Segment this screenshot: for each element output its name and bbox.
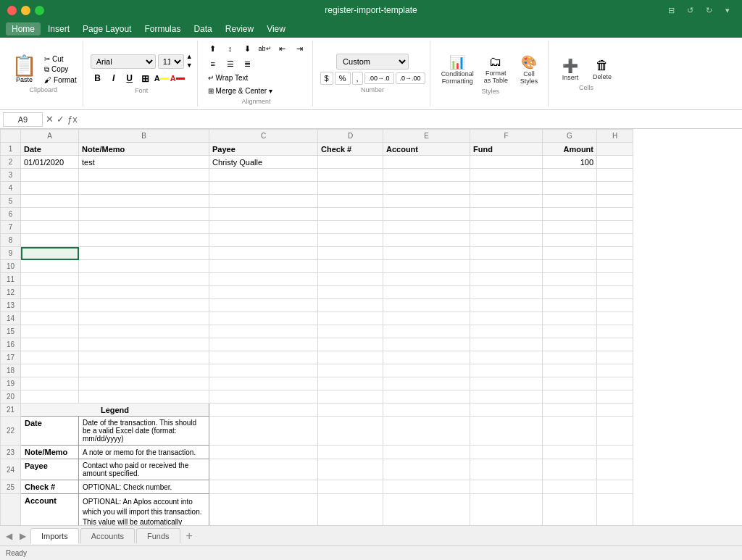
legend-key-checknum[interactable]: Check # <box>21 480 79 494</box>
add-sheet-button[interactable]: + <box>182 528 197 544</box>
legend-value-notememo[interactable]: A note or memo for the transaction. <box>79 446 209 459</box>
align-left-button[interactable]: ≡ <box>205 57 221 70</box>
menu-view[interactable]: View <box>261 22 291 35</box>
cell-H1[interactable] <box>597 143 633 156</box>
comma-button[interactable]: , <box>352 72 363 85</box>
cell-E1[interactable]: Account <box>383 143 470 156</box>
legend-key-account[interactable]: Account <box>21 494 79 526</box>
cell-A9-selected[interactable] <box>21 247 79 260</box>
border-button[interactable]: ⊞ <box>138 71 153 85</box>
font-color-button[interactable]: A <box>170 71 185 85</box>
currency-button[interactable]: $ <box>320 72 333 85</box>
font-size-select[interactable]: 11 <box>158 54 184 69</box>
redo-icon[interactable]: ↻ <box>701 3 716 17</box>
menu-page-layout[interactable]: Page Layout <box>77 22 137 35</box>
cell-A2[interactable]: 01/01/2020 <box>21 156 79 169</box>
insert-button[interactable]: ➕ Insert <box>556 57 585 83</box>
sheet-tabs-bar: ◀ ▶ Imports Accounts Funds + <box>0 525 742 546</box>
close-button[interactable] <box>7 6 17 15</box>
sheet-nav-right[interactable]: ▶ <box>17 530 29 543</box>
col-header-G[interactable]: G <box>543 130 597 143</box>
col-header-A[interactable]: A <box>21 130 79 143</box>
sheet-tab-imports[interactable]: Imports <box>30 528 79 544</box>
merge-center-button[interactable]: ⊞ Merge & Center ▾ <box>205 85 308 96</box>
menu-insert[interactable]: Insert <box>42 22 75 35</box>
legend-value-account[interactable]: OPTIONAL: An Aplos account into which yo… <box>79 494 209 526</box>
cell-styles-button[interactable]: 🎨 Cell Styles <box>514 53 543 86</box>
align-center-button[interactable]: ☰ <box>222 57 238 70</box>
merge-dropdown-icon[interactable]: ▾ <box>269 87 272 95</box>
sheet-tab-accounts[interactable]: Accounts <box>80 528 135 543</box>
legend-value-date[interactable]: Date of the transaction. This should be … <box>79 417 209 446</box>
wrap-text-button[interactable]: ↵ Wrap Text <box>205 72 308 83</box>
col-header-C[interactable]: C <box>209 130 318 143</box>
cell-A1[interactable]: Date <box>21 143 79 156</box>
cell-D2[interactable] <box>318 156 383 169</box>
cell-C1[interactable]: Payee <box>209 143 318 156</box>
legend-key-date[interactable]: Date <box>21 417 79 446</box>
italic-button[interactable]: I <box>107 71 121 85</box>
decimal-increase-button[interactable]: .0→.00 <box>396 72 425 84</box>
cut-button[interactable]: ✂ Cut <box>43 54 78 64</box>
insert-function-icon[interactable]: ƒx <box>67 114 78 125</box>
cell-B1[interactable]: Note/Memo <box>79 143 209 156</box>
cell-D1[interactable]: Check # <box>318 143 383 156</box>
indent-decrease-button[interactable]: ⇤ <box>275 42 291 55</box>
align-right-button[interactable]: ≣ <box>240 57 256 70</box>
decimal-decrease-button[interactable]: .00→.0 <box>364 72 394 84</box>
col-header-F[interactable]: F <box>470 130 543 143</box>
align-top-button[interactable]: ⬆ <box>205 42 221 55</box>
cell-H2[interactable] <box>597 156 633 169</box>
legend-value-payee[interactable]: Contact who paid or received the amount … <box>79 459 209 480</box>
minimize-button[interactable] <box>21 6 30 15</box>
legend-key-payee[interactable]: Payee <box>21 459 79 480</box>
cell-B2[interactable]: test <box>79 156 209 169</box>
percent-button[interactable]: % <box>335 72 351 85</box>
legend-title-cell[interactable]: Legend <box>21 404 209 417</box>
legend-key-notememo[interactable]: Note/Memo <box>21 446 79 459</box>
fill-color-button[interactable]: A <box>154 71 169 85</box>
font-size-increase[interactable]: ▲ <box>186 53 193 62</box>
cell-F2[interactable] <box>470 156 543 169</box>
col-header-B[interactable]: B <box>79 130 209 143</box>
sheet-scroll[interactable]: A B C D E F G H 1 Date Note/M <box>0 129 742 525</box>
cell-A3[interactable] <box>21 169 79 182</box>
underline-button[interactable]: U <box>122 71 137 85</box>
cell-E2[interactable] <box>383 156 470 169</box>
paste-button[interactable]: 📋 Paste <box>9 54 40 85</box>
cell-C2[interactable]: Christy Qualle <box>209 156 318 169</box>
menu-home[interactable]: Home <box>6 22 41 35</box>
menu-data[interactable]: Data <box>188 22 217 35</box>
align-middle-button[interactable]: ↕ <box>222 42 238 55</box>
undo-icon[interactable]: ↺ <box>683 3 697 17</box>
copy-button[interactable]: ⧉ Copy <box>43 64 78 75</box>
font-size-decrease[interactable]: ▼ <box>186 62 193 70</box>
sheet-nav-left[interactable]: ◀ <box>3 530 15 543</box>
formula-input[interactable] <box>80 114 739 125</box>
number-format-select[interactable]: Custom General Number Currency Accountin… <box>336 54 409 70</box>
bold-button[interactable]: B <box>91 71 105 85</box>
col-header-H[interactable]: H <box>597 130 633 143</box>
font-name-select[interactable]: Arial <box>91 54 156 69</box>
text-direction-button[interactable]: ab↵ <box>257 42 273 55</box>
cell-G2[interactable]: 100 <box>543 156 597 169</box>
align-bottom-button[interactable]: ⬇ <box>240 42 256 55</box>
conditional-formatting-button[interactable]: 📊 Conditional Formatting <box>438 53 478 86</box>
maximize-button[interactable] <box>35 6 44 15</box>
menu-formulas[interactable]: Formulas <box>138 22 186 35</box>
more-icon[interactable]: ▾ <box>720 3 735 17</box>
col-header-E[interactable]: E <box>383 130 470 143</box>
cell-G1[interactable]: Amount <box>543 143 597 156</box>
indent-increase-button[interactable]: ⇥ <box>292 42 308 55</box>
format-button[interactable]: 🖌 Format <box>43 75 78 85</box>
confirm-formula-icon[interactable]: ✓ <box>57 114 64 125</box>
legend-value-checknum[interactable]: OPTIONAL: Check number. <box>79 480 209 494</box>
cell-F1[interactable]: Fund <box>470 143 543 156</box>
sheet-tab-funds[interactable]: Funds <box>136 528 180 543</box>
menu-review[interactable]: Review <box>220 22 259 35</box>
delete-button[interactable]: 🗑 Delete <box>588 57 617 82</box>
format-as-table-button[interactable]: 🗂 Format as Table <box>480 53 512 85</box>
col-header-D[interactable]: D <box>318 130 383 143</box>
cell-reference-input[interactable] <box>3 112 43 127</box>
cancel-formula-icon[interactable]: ✕ <box>46 114 54 125</box>
